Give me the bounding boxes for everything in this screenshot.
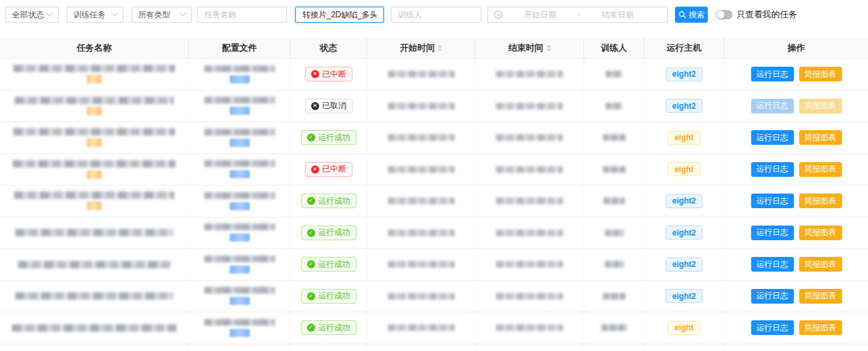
my-tasks-toggle[interactable] — [716, 10, 732, 19]
config-file-redacted — [204, 160, 275, 167]
task-name-cell — [0, 59, 189, 90]
column-header-end-time[interactable]: 结束时间 — [475, 37, 584, 58]
run-log-button[interactable]: 运行日志 — [751, 257, 794, 272]
run-log-button[interactable]: 运行日志 — [751, 226, 794, 240]
task-search-input[interactable] — [297, 7, 382, 22]
actions-cell: 运行日志 简报图表 — [724, 281, 868, 312]
end-time-cell — [475, 249, 584, 280]
end-time-redacted — [496, 324, 563, 331]
trainer-input[interactable] — [393, 7, 479, 22]
trainer-redacted — [604, 198, 625, 204]
report-chart-button[interactable]: 简报图表 — [799, 130, 842, 145]
sort-carets-icon[interactable] — [438, 45, 442, 51]
start-time-cell — [367, 154, 475, 186]
tasks-table: 任务名称 配置文件 状态 开始时间 结束时间 训练人 运行主机 — [0, 37, 868, 351]
host-cell: eight — [644, 154, 724, 186]
trainer-cell — [584, 218, 644, 249]
run-log-button[interactable]: 运行日志 — [751, 130, 794, 145]
end-time-redacted — [496, 166, 563, 173]
report-chart-button[interactable]: 简报图表 — [799, 320, 842, 335]
category-select[interactable]: 所有类型 — [132, 7, 192, 23]
task-name-redacted — [13, 128, 175, 135]
config-link-redacted[interactable] — [230, 234, 250, 242]
report-chart-button[interactable]: 简报图表 — [799, 67, 842, 81]
config-file-cell — [189, 186, 290, 217]
end-time-redacted — [496, 230, 563, 236]
config-link-redacted[interactable] — [230, 170, 250, 178]
trainer-cell — [584, 312, 644, 344]
report-chart-button[interactable]: 简报图表 — [799, 257, 842, 272]
status-badge: ✕ 已中断 — [305, 162, 353, 177]
config-file-cell — [189, 218, 290, 249]
table-row: ✓ 运行成功 eight 运行日志 简报图表 — [0, 312, 868, 344]
end-time-redacted — [496, 293, 563, 300]
report-chart-button[interactable]: 简报图表 — [799, 289, 842, 304]
config-link-redacted[interactable] — [230, 75, 250, 83]
host-cell: eight — [644, 312, 724, 344]
task-name-redacted — [13, 160, 176, 167]
caret-down-icon — [547, 49, 551, 51]
status-cell: ✓ 运行成功 — [290, 122, 367, 153]
task-name-redacted — [15, 97, 174, 104]
actions-cell: 运行日志 简报图表 — [724, 186, 868, 217]
config-link-redacted[interactable] — [230, 107, 250, 115]
report-chart-button[interactable]: 简报图表 — [799, 162, 842, 177]
run-log-button[interactable]: 运行日志 — [751, 289, 794, 304]
report-chart-button[interactable]: 简报图表 — [799, 226, 842, 240]
task-name-cell — [0, 91, 189, 122]
run-log-button[interactable]: 运行日志 — [751, 99, 794, 113]
start-date-input[interactable] — [503, 10, 578, 19]
trainer-cell — [584, 91, 644, 122]
column-header-actions: 操作 — [724, 37, 868, 58]
date-range-picker[interactable]: - — [487, 7, 668, 23]
host-badge: eight2 — [666, 194, 702, 208]
table-row: ✓ 运行成功 eight2 运行日志 简报图表 — [0, 249, 868, 281]
start-time-redacted — [388, 261, 455, 268]
status-filter-select[interactable]: 全部状态 — [5, 7, 59, 23]
config-link-redacted[interactable] — [230, 139, 250, 147]
task-name-cell — [0, 122, 189, 153]
task-type-select[interactable]: 训练任务 — [67, 7, 124, 23]
config-link-redacted[interactable] — [230, 297, 250, 305]
column-header-start-time[interactable]: 开始时间 — [367, 37, 475, 58]
sort-carets-icon[interactable] — [547, 45, 551, 51]
host-cell: eight2 — [644, 59, 724, 90]
trainer-redacted — [603, 134, 626, 141]
task-name-cell — [0, 154, 189, 186]
report-chart-button[interactable]: 简报图表 — [799, 99, 842, 113]
search-button[interactable]: 搜索 — [675, 7, 708, 23]
host-badge: eight2 — [666, 226, 702, 240]
config-file-redacted — [204, 65, 275, 72]
end-date-input[interactable] — [580, 10, 655, 19]
config-file-redacted — [204, 224, 275, 230]
table-row: ✕ 已中断 eight2 运行日志 简报图表 — [0, 59, 868, 91]
config-file-cell — [189, 281, 290, 312]
actions-cell: 运行日志 简报图表 — [724, 218, 868, 249]
trainer-redacted — [602, 324, 627, 331]
run-log-button[interactable]: 运行日志 — [751, 320, 794, 335]
column-header-trainer: 训练人 — [584, 37, 644, 58]
config-file-cell — [189, 122, 290, 153]
toggle-knob — [716, 11, 724, 19]
run-log-button[interactable]: 运行日志 — [751, 194, 794, 208]
end-time-redacted — [496, 261, 563, 268]
task-name-cell — [0, 186, 189, 217]
status-icon: ✓ — [307, 260, 315, 268]
table-row: ✕ 已中断 eight 运行日志 简报图表 — [0, 154, 868, 186]
run-log-button[interactable]: 运行日志 — [751, 67, 794, 81]
run-log-button[interactable]: 运行日志 — [751, 162, 794, 177]
config-link-redacted[interactable] — [230, 329, 250, 337]
config-file-cell — [189, 154, 290, 186]
status-cell: ✕ 已中断 — [290, 59, 367, 90]
actions-cell: 运行日志 简报图表 — [724, 59, 868, 90]
report-chart-button[interactable]: 简报图表 — [799, 194, 842, 208]
table-row: ✓ 运行成功 eight2 运行日志 简报图表 — [0, 186, 868, 218]
start-time-redacted — [388, 230, 455, 236]
config-link-redacted[interactable] — [230, 202, 250, 210]
end-time-cell — [475, 281, 584, 312]
config-link-redacted[interactable] — [230, 266, 250, 274]
task-name-input[interactable] — [199, 7, 285, 22]
status-icon: ✕ — [311, 165, 319, 173]
table-row: ✕ 已取消 eight2 运行日志 简报图表 — [0, 91, 868, 123]
task-tag-redacted — [87, 138, 101, 147]
